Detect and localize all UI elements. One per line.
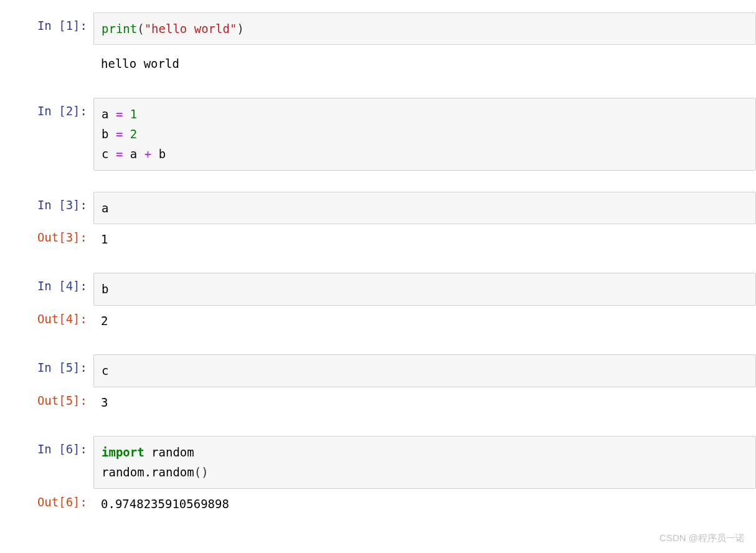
output-prompt: Out[4]: bbox=[0, 310, 93, 334]
code-cell: In [1]: print("hello world") bbox=[0, 12, 756, 45]
code-input[interactable]: a bbox=[93, 192, 756, 224]
output-row: hello world bbox=[0, 49, 756, 77]
input-prompt: In [5]: bbox=[0, 354, 93, 387]
code-cell: In [3]: a bbox=[0, 192, 756, 224]
output-row: Out[6]: 0.9748235910569898 bbox=[0, 493, 756, 517]
output-prompt: Out[5]: bbox=[0, 391, 93, 415]
input-prompt: In [1]: bbox=[0, 12, 93, 45]
input-prompt: In [3]: bbox=[0, 192, 93, 224]
input-prompt: In [2]: bbox=[0, 98, 93, 171]
code-cell: In [4]: b bbox=[0, 273, 756, 305]
code-input[interactable]: c bbox=[93, 354, 756, 387]
execute-result: 1 bbox=[93, 228, 756, 252]
code-input[interactable]: a = 1 b = 2 c = a + b bbox=[93, 98, 756, 171]
execute-result: 2 bbox=[93, 310, 756, 334]
empty-prompt bbox=[0, 49, 93, 77]
code-input[interactable]: b bbox=[93, 273, 756, 305]
output-row: Out[5]: 3 bbox=[0, 391, 756, 415]
execute-result: 3 bbox=[93, 391, 756, 415]
code-input[interactable]: import random random.random() bbox=[93, 436, 756, 489]
output-row: Out[4]: 2 bbox=[0, 310, 756, 334]
input-prompt: In [6]: bbox=[0, 436, 93, 489]
code-cell: In [6]: import random random.random() bbox=[0, 436, 756, 489]
stream-output: hello world bbox=[93, 49, 756, 77]
output-row: Out[3]: 1 bbox=[0, 228, 756, 252]
output-prompt: Out[6]: bbox=[0, 493, 93, 517]
input-prompt: In [4]: bbox=[0, 273, 93, 305]
code-input[interactable]: print("hello world") bbox=[93, 12, 756, 45]
code-cell: In [5]: c bbox=[0, 354, 756, 387]
code-cell: In [2]: a = 1 b = 2 c = a + b bbox=[0, 98, 756, 171]
execute-result: 0.9748235910569898 bbox=[93, 493, 756, 517]
output-prompt: Out[3]: bbox=[0, 228, 93, 252]
